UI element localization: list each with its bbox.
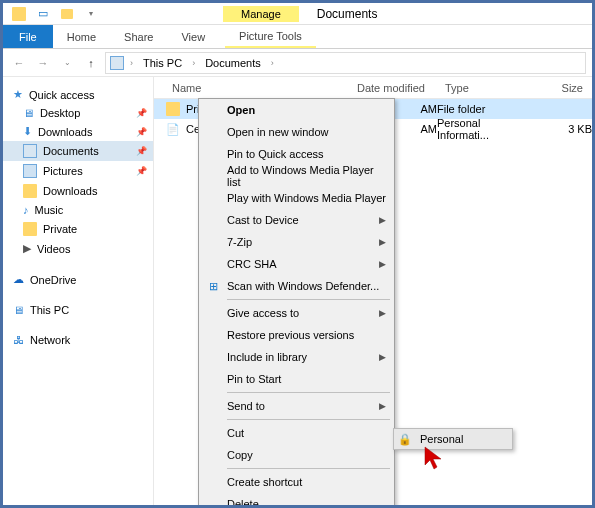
ribbon-tabs: File Home Share View Picture Tools	[3, 25, 592, 49]
chevron-right-icon[interactable]: ›	[188, 58, 199, 68]
navigation-pane: ★Quick access 🖥Desktop📌 ⬇Downloads📌 Docu…	[3, 77, 154, 505]
documents-icon	[23, 144, 37, 158]
menu-send-to[interactable]: Send to▶	[199, 395, 394, 417]
menu-include-library[interactable]: Include in library▶	[199, 346, 394, 368]
menu-copy[interactable]: Copy	[199, 444, 394, 466]
sidebar-item-downloads[interactable]: ⬇Downloads📌	[3, 122, 153, 141]
breadcrumb-current[interactable]: Documents	[201, 57, 265, 69]
column-headers: Name Date modified Type Size	[154, 77, 592, 99]
tab-view[interactable]: View	[167, 25, 219, 48]
tab-picture-tools[interactable]: Picture Tools	[225, 25, 316, 48]
forward-button: →	[33, 53, 53, 73]
menu-open-new-window[interactable]: Open in new window	[199, 121, 394, 143]
chevron-right-icon: ▶	[379, 308, 386, 318]
chevron-right-icon[interactable]: ›	[267, 58, 278, 68]
sidebar-item-documents[interactable]: Documents📌	[3, 141, 153, 161]
music-icon: ♪	[23, 204, 29, 216]
lock-icon: 🔒	[398, 433, 412, 446]
sidebar-onedrive[interactable]: ☁OneDrive	[3, 270, 153, 289]
shield-icon: ⊞	[205, 278, 221, 294]
sidebar-this-pc[interactable]: 🖥This PC	[3, 301, 153, 319]
menu-play-wmp[interactable]: Play with Windows Media Player	[199, 187, 394, 209]
column-type[interactable]: Type	[437, 82, 532, 94]
pin-icon: 📌	[136, 127, 147, 137]
pin-icon: 📌	[136, 166, 147, 176]
sidebar-item-videos[interactable]: ▶Videos	[3, 239, 153, 258]
column-size[interactable]: Size	[532, 82, 592, 94]
recent-dropdown[interactable]: ⌄	[57, 53, 77, 73]
menu-create-shortcut[interactable]: Create shortcut	[199, 471, 394, 493]
certificate-icon: 📄	[166, 123, 180, 136]
column-name[interactable]: Name	[154, 82, 349, 94]
sidebar-network[interactable]: 🖧Network	[3, 331, 153, 349]
pin-icon: 📌	[136, 146, 147, 156]
network-icon: 🖧	[13, 334, 24, 346]
location-icon	[110, 56, 124, 70]
sidebar-item-private[interactable]: Private	[3, 219, 153, 239]
folder-icon	[23, 184, 37, 198]
folder-app-icon	[11, 6, 27, 22]
menu-open[interactable]: Open	[199, 99, 394, 121]
chevron-right-icon: ▶	[379, 259, 386, 269]
pc-icon: 🖥	[13, 304, 24, 316]
menu-cut[interactable]: Cut	[199, 422, 394, 444]
menu-pin-start[interactable]: Pin to Start	[199, 368, 394, 390]
download-icon: ⬇	[23, 125, 32, 138]
menu-restore-versions[interactable]: Restore previous versions	[199, 324, 394, 346]
menu-add-wmp-list[interactable]: Add to Windows Media Player list	[199, 165, 394, 187]
chevron-right-icon: ▶	[379, 215, 386, 225]
menu-delete[interactable]: Delete	[199, 493, 394, 508]
column-date[interactable]: Date modified	[349, 82, 437, 94]
back-button[interactable]: ←	[9, 53, 29, 73]
star-icon: ★	[13, 88, 23, 101]
up-button[interactable]: ↑	[81, 53, 101, 73]
folder-icon	[166, 102, 180, 116]
video-icon: ▶	[23, 242, 31, 255]
properties-qat-icon[interactable]: ▭	[35, 6, 51, 22]
sidebar-quick-access[interactable]: ★Quick access	[3, 85, 153, 104]
menu-cast-to-device[interactable]: Cast to Device▶	[199, 209, 394, 231]
sidebar-item-downloads-2[interactable]: Downloads	[3, 181, 153, 201]
titlebar: ▭ ▾ Manage Documents	[3, 3, 592, 25]
chevron-right-icon: ▶	[379, 401, 386, 411]
submenu-file-ownership: 🔒 Personal	[393, 428, 513, 450]
new-folder-qat-icon[interactable]	[59, 6, 75, 22]
pictures-icon	[23, 164, 37, 178]
tab-share[interactable]: Share	[110, 25, 167, 48]
tab-file[interactable]: File	[3, 25, 53, 48]
folder-icon	[23, 222, 37, 236]
breadcrumb[interactable]: › This PC › Documents ›	[105, 52, 586, 74]
menu-scan-defender[interactable]: ⊞Scan with Windows Defender...	[199, 275, 394, 297]
cloud-icon: ☁	[13, 273, 24, 286]
sidebar-item-pictures[interactable]: Pictures📌	[3, 161, 153, 181]
breadcrumb-root[interactable]: This PC	[139, 57, 186, 69]
menu-pin-quick-access[interactable]: Pin to Quick access	[199, 143, 394, 165]
chevron-right-icon: ▶	[379, 237, 386, 247]
sidebar-item-desktop[interactable]: 🖥Desktop📌	[3, 104, 153, 122]
submenu-personal[interactable]: 🔒 Personal	[393, 428, 513, 450]
context-menu: Open Open in new window Pin to Quick acc…	[198, 98, 395, 508]
sidebar-item-music[interactable]: ♪Music	[3, 201, 153, 219]
menu-crc-sha[interactable]: CRC SHA▶	[199, 253, 394, 275]
contextual-tab-label: Manage	[223, 6, 299, 22]
chevron-right-icon: ▶	[379, 352, 386, 362]
menu-7zip[interactable]: 7-Zip▶	[199, 231, 394, 253]
menu-give-access[interactable]: Give access to▶	[199, 302, 394, 324]
address-bar: ← → ⌄ ↑ › This PC › Documents ›	[3, 49, 592, 77]
chevron-right-icon[interactable]: ›	[126, 58, 137, 68]
pin-icon: 📌	[136, 108, 147, 118]
window-title: Documents	[299, 5, 396, 23]
desktop-icon: 🖥	[23, 107, 34, 119]
tab-home[interactable]: Home	[53, 25, 110, 48]
qat-dropdown-icon[interactable]: ▾	[83, 6, 99, 22]
